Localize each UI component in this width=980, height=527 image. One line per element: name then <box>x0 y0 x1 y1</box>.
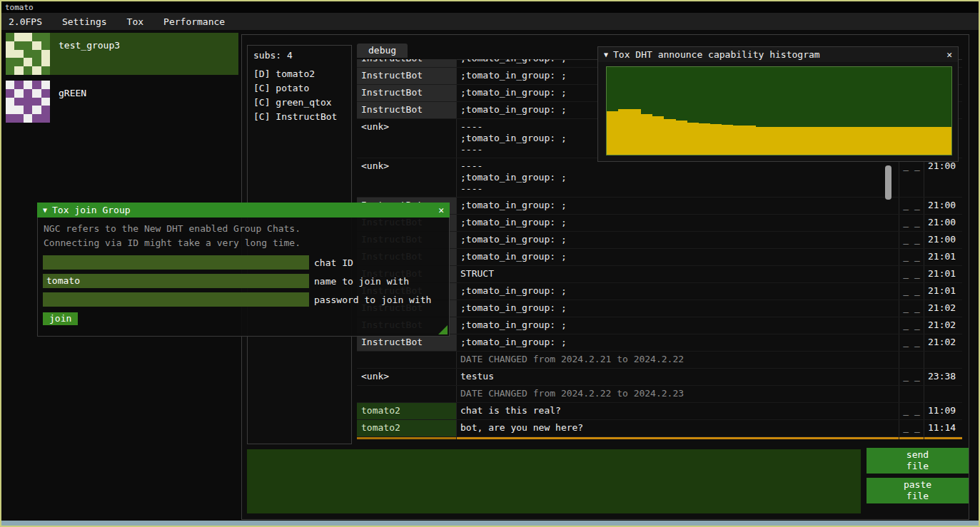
avatar-pixel <box>24 41 32 50</box>
sender-name: <unk> <box>357 119 457 158</box>
field-label: name to join with <box>314 276 409 287</box>
message-flags: _ _ <box>899 283 924 300</box>
avatar-pixel <box>14 58 23 66</box>
group-label-box: gREEN <box>50 81 238 123</box>
histogram-bar <box>905 127 916 155</box>
histogram-bar <box>607 111 618 155</box>
avatar-pixel <box>32 114 41 123</box>
chat-scrollbar[interactable] <box>885 165 891 200</box>
field-label: chat ID <box>314 257 353 268</box>
message-text: STRUCT <box>457 266 899 282</box>
menu-bar: 2.0FPS SettingsToxPerformance <box>1 13 979 30</box>
peer-item[interactable]: [C] InstructBot <box>253 110 351 124</box>
window-bottom-edge <box>1 521 979 526</box>
message-input[interactable] <box>247 449 861 513</box>
peer-item[interactable]: [C] green_qtox <box>253 96 351 110</box>
sender-name: <unk> <box>357 158 457 197</box>
message-flags: _ _ <box>899 403 924 419</box>
message-text: ;tomato_in_group: ; <box>457 232 899 248</box>
histogram-window-titlebar[interactable]: ▼ Tox DHT announce capability histogram … <box>597 46 959 62</box>
histogram-bar <box>917 127 929 155</box>
message-flags: _ _ <box>899 215 924 231</box>
fps-counter: 2.0FPS <box>1 16 52 27</box>
close-icon[interactable]: ✕ <box>438 205 444 215</box>
group-item-gREEN[interactable]: gREEN <box>6 81 238 123</box>
avatar-pixel <box>24 50 32 58</box>
sender-name: InstructBot <box>357 334 457 351</box>
message-row: InstructBotNo, I've been in this group f… <box>357 437 962 439</box>
avatar-pixel <box>32 41 41 50</box>
group-avatar <box>6 81 50 123</box>
avatar-pixel <box>32 50 41 58</box>
avatar-pixel <box>24 89 32 98</box>
join-button[interactable]: join <box>43 312 78 325</box>
avatar-pixel <box>41 89 50 98</box>
sender-name: InstructBot <box>357 68 457 84</box>
avatar-pixel <box>32 81 41 89</box>
tab-debug[interactable]: debug <box>357 44 408 58</box>
chat-id-input[interactable] <box>43 255 309 270</box>
message-flags: _ _ <box>899 317 924 334</box>
histogram-bar <box>722 125 733 155</box>
histogram-bar <box>894 127 905 155</box>
peer-list: [D] tomato2[C] potato[C] green_qtox[C] I… <box>253 67 351 124</box>
collapse-arrow-icon[interactable]: ▼ <box>604 51 608 58</box>
avatar-pixel <box>32 66 41 75</box>
avatar-pixel <box>41 50 50 58</box>
message-text: No, I've been in this group for quite so… <box>457 437 899 439</box>
avatar-pixel <box>14 89 23 98</box>
collapse-arrow-icon[interactable]: ▼ <box>43 206 47 214</box>
message-text: ;tomato_in_group: ; <box>457 283 899 300</box>
avatar-pixel <box>24 106 32 114</box>
avatar-pixel <box>41 98 50 106</box>
message-time: 23:38 <box>924 369 962 385</box>
message-text: ;tomato_in_group: ; <box>457 317 899 334</box>
message-row: <unk>testus_ _23:38 <box>357 369 962 386</box>
close-icon[interactable]: ✕ <box>946 49 952 60</box>
menu-item-tox[interactable]: Tox <box>117 13 153 30</box>
message-time: 11:09 <box>924 403 962 419</box>
join-group-window: ▼ Tox join Group ✕ NGC refers to the New… <box>37 203 450 337</box>
avatar-pixel <box>41 106 50 114</box>
message-text: ;tomato_in_group: ; <box>457 334 899 351</box>
group-item-test_group3[interactable]: test_group3 <box>6 33 238 75</box>
histogram-bar <box>871 127 882 155</box>
avatar-pixel <box>6 106 14 114</box>
name-to-join-with-input[interactable]: tomato <box>43 274 309 288</box>
resize-grip[interactable] <box>438 325 448 334</box>
message-time: 11:14 <box>924 420 962 436</box>
message-time <box>924 386 962 402</box>
menu-item-settings[interactable]: Settings <box>52 13 117 30</box>
histogram-bar <box>756 127 767 155</box>
join-window-titlebar[interactable]: ▼ Tox join Group ✕ <box>37 203 450 218</box>
avatar-pixel <box>6 41 14 50</box>
join-fields: chat IDtomatoname to join withpassword t… <box>38 255 449 307</box>
histogram-window-title: Tox DHT announce capability histogram <box>613 49 820 60</box>
histogram-window-body <box>597 62 959 162</box>
avatar-pixel <box>14 33 23 41</box>
peer-item[interactable]: [D] tomato2 <box>253 67 351 81</box>
paste-file-button[interactable]: paste file <box>867 478 969 503</box>
message-text: ;tomato_in_group: ; <box>457 300 899 317</box>
menu-item-performance[interactable]: Performance <box>153 13 235 30</box>
subs-count: subs: 4 <box>253 50 351 61</box>
message-time: 21:01 <box>924 266 962 282</box>
message-time: 21:00 <box>924 232 962 248</box>
send-file-button[interactable]: send file <box>867 448 969 474</box>
histogram-window: ▼ Tox DHT announce capability histogram … <box>597 46 959 162</box>
sender-name: InstructBot <box>357 59 457 67</box>
password-to-join-with-input[interactable] <box>43 292 309 307</box>
avatar-pixel <box>14 114 23 123</box>
peer-item[interactable]: [C] potato <box>253 81 351 96</box>
histogram-bar <box>664 119 675 155</box>
sender-name: InstructBot <box>357 437 457 439</box>
histogram-bar <box>814 127 825 155</box>
message-flags: _ _ <box>899 420 924 436</box>
system-message-row: DATE CHANGED from 2024.2.22 to 2024.2.23 <box>357 386 962 403</box>
group-avatar <box>6 33 50 75</box>
histogram-bar <box>825 127 837 155</box>
message-row: <unk>---- ;tomato_in_group: ; ----_ _21:… <box>357 158 962 198</box>
message-flags: _ _ <box>899 300 924 317</box>
avatar-pixel <box>14 106 23 114</box>
histogram-bar <box>687 123 699 155</box>
